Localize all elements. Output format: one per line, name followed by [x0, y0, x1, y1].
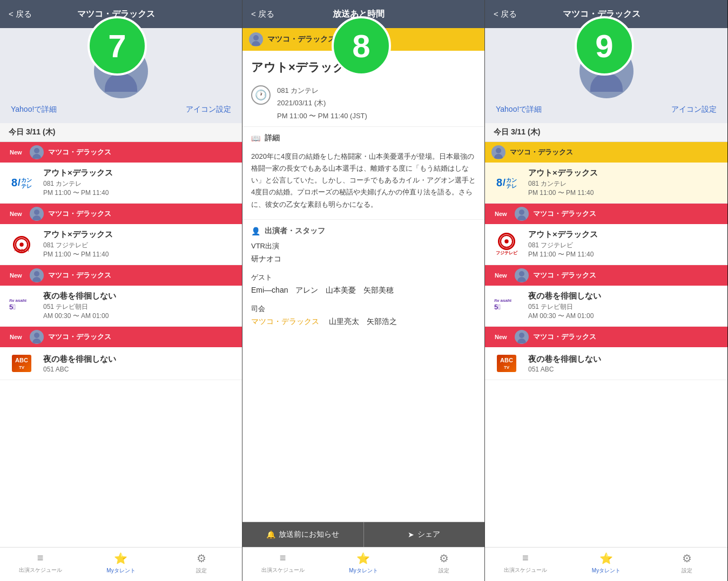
talent-badge-row-9-3: New マツコ・デラックス	[485, 327, 727, 347]
talent-badge-row-7-0: New マツコ・デラックス	[0, 142, 242, 163]
tab-settings-8[interactable]: ⚙ 設定	[404, 548, 484, 577]
show-row-9-3[interactable]: ABCTV 夜の巷を徘徊しない 051 ABC	[485, 347, 727, 380]
svg-text:/tv asahi: /tv asahi	[9, 298, 26, 303]
tab-schedule-7[interactable]: ≡ 出演スケジュール	[0, 548, 80, 577]
tab-schedule-8[interactable]: ≡ 出演スケジュール	[242, 548, 323, 577]
screen-7: < 戻る マツコ・デラックス Yahoo!で詳細 アイコン設定 今日 3/11 …	[0, 0, 242, 581]
new-badge-9-1: New	[491, 210, 510, 218]
cast-vtr-label-8: VTR出演	[242, 239, 484, 253]
svg-point-1	[19, 242, 23, 246]
yahoo-link-9[interactable]: Yahoo!で詳細	[496, 105, 542, 114]
channel-logo-kantele-7-0: 8 / カンテレ	[6, 172, 37, 194]
back-button-8[interactable]: < 戻る	[251, 9, 274, 19]
talent-name-7-1: マツコ・デラックス	[48, 209, 111, 219]
talent-avatar-9-1	[515, 207, 529, 221]
tab-mytalent-8[interactable]: ⭐ Myタレント	[323, 548, 403, 577]
bottom-tabs-7: ≡ 出演スケジュール ⭐ Myタレント ⚙ 設定	[0, 547, 242, 581]
talent-badge-row-9-1: New マツコ・デラックス	[485, 204, 727, 224]
talent-avatar-9-3	[515, 330, 529, 344]
show-row-7-2[interactable]: /tv asahi 5⃣ 夜の巷を徘徊しない 051 テレビ朝日 AM 00:3…	[0, 286, 242, 327]
new-badge-7-1: New	[6, 210, 25, 218]
show-row-9-0[interactable]: 8 / カンテレ アウト×デラックス 081 カンテレ PM 11:00 〜 P…	[485, 163, 727, 204]
svg-text:5⃣: 5⃣	[494, 303, 501, 311]
show-row-9-2[interactable]: /tv asahi 5⃣ 夜の巷を徘徊しない 051 テレビ朝日 AM 00:3…	[485, 286, 727, 327]
cast-vtr-names-8: 研ナオコ	[242, 253, 484, 271]
channel-logo-abc-7-3: ABCTV	[6, 353, 37, 374]
new-badge-7-2: New	[6, 271, 25, 280]
show-row-9-1[interactable]: フジテレビ アウト×デラックス 081 フジテレビ PM 11:00 〜 PM …	[485, 224, 727, 265]
channel-logo-abc-9-3: ABCTV	[491, 353, 522, 374]
icon-setting-link-7[interactable]: アイコン設定	[186, 105, 231, 114]
section-cast-title-8: 👤 出演者・スタッフ	[242, 219, 484, 239]
talent-avatar-7-3	[30, 330, 44, 344]
bottom-tabs-8: ≡ 出演スケジュール ⭐ Myタレント ⚙ 設定	[242, 547, 484, 581]
detail-content-8[interactable]: マツコ・デラックス アウト×デラックス 🕐 081 カンテレ 2021/03/1…	[242, 28, 484, 522]
date-bar-7: 今日 3/11 (木)	[0, 123, 242, 142]
show-info-9-0: アウト×デラックス 081 カンテレ PM 11:00 〜 PM 11:40	[528, 168, 721, 198]
new-badge-9-2: New	[491, 271, 510, 280]
show-info-7-2: 夜の巷を徘徊しない 051 テレビ朝日 AM 00:30 〜 AM 01:00	[43, 291, 235, 321]
new-badge-7-0: New	[6, 148, 25, 157]
svg-point-6	[504, 239, 508, 243]
screen-9: < 戻る マツコ・デラックス Yahoo!で詳細 アイコン設定 今日 3/11 …	[485, 0, 727, 581]
notify-button-8[interactable]: 🔔 放送前にお知らせ	[242, 522, 364, 547]
show-info-9-3: 夜の巷を徘徊しない 051 ABC	[528, 354, 721, 373]
talent-badge-row-9-0: マツコ・デラックス	[485, 142, 727, 163]
talent-name-9-1: マツコ・デラックス	[533, 209, 596, 219]
talent-name-7-0: マツコ・デラックス	[48, 147, 111, 157]
svg-text:フジテレビ: フジテレビ	[15, 248, 29, 252]
tab-schedule-9[interactable]: ≡ 出演スケジュール	[485, 548, 566, 577]
show-row-7-0[interactable]: 8 / カンテレ アウト×デラックス 081 カンテレ PM 11:00 〜 P…	[0, 163, 242, 204]
date-bar-9: 今日 3/11 (木)	[485, 123, 727, 142]
talent-name-7-3: マツコ・デラックス	[48, 332, 111, 342]
channel-logo-fuji-9-1: フジテレビ	[491, 234, 522, 255]
show-info-9-2: 夜の巷を徘徊しない 051 テレビ朝日 AM 00:30 〜 AM 01:00	[528, 291, 721, 321]
step-badge-7: 7	[87, 16, 147, 76]
talent-name-9-0: マツコ・デラックス	[510, 147, 573, 157]
cast-guest-label-8: ゲスト	[242, 271, 484, 285]
back-button-9[interactable]: < 戻る	[494, 9, 517, 19]
content-list-9[interactable]: マツコ・デラックス 8 / カンテレ アウト×デラックス 081 カンテレ PM…	[485, 142, 727, 547]
talent-badge-row-9-2: New マツコ・デラックス	[485, 265, 727, 286]
icon-setting-link-9[interactable]: アイコン設定	[671, 105, 717, 114]
action-bar-8: 🔔 放送前にお知らせ ➤ シェア	[242, 522, 484, 547]
new-badge-7-3: New	[6, 333, 25, 341]
show-info-7-3: 夜の巷を徘徊しない 051 ABC	[43, 354, 235, 373]
new-badge-9-3: New	[491, 333, 510, 341]
section-detail-title-8: 📖 詳細	[242, 126, 484, 146]
banner-name-8: マツコ・デラックス	[267, 35, 335, 44]
talent-avatar-9-2	[515, 268, 529, 282]
content-list-7[interactable]: New マツコ・デラックス 8 / カンテレ	[0, 142, 242, 547]
channel-logo-fuji-7-1: フジテレビ	[6, 234, 37, 255]
clock-icon-8: 🕐	[251, 85, 271, 105]
show-info-9-1: アウト×デラックス 081 フジテレビ PM 11:00 〜 PM 11:40	[528, 229, 721, 259]
channel-logo-tvasahi-9-2: /tv asahi 5⃣	[491, 295, 522, 317]
detail-meta-8: 🕐 081 カンテレ 2021/03/11 (木) PM 11:00 〜 PM …	[242, 80, 484, 126]
svg-text:/tv asahi: /tv asahi	[494, 298, 511, 303]
screens-container: 7 8 9 < 戻る マツコ・デラックス Yahoo!で詳細	[0, 0, 728, 581]
talent-name-9-2: マツコ・デラックス	[533, 271, 596, 280]
talent-name-7-2: マツコ・デラックス	[48, 271, 111, 280]
talent-avatar-7-2	[30, 268, 44, 282]
channel-logo-kantele-9-0: 8 / カンテレ	[491, 172, 522, 194]
share-button-8[interactable]: ➤ シェア	[364, 522, 485, 547]
tab-mytalent-7[interactable]: ⭐ Myタレント	[80, 548, 161, 577]
step-badge-9: 9	[575, 16, 634, 76]
talent-avatar-7-1	[30, 207, 44, 221]
talent-badge-row-7-3: New マツコ・デラックス	[0, 327, 242, 347]
step-badge-8: 8	[332, 16, 391, 76]
back-button-7[interactable]: < 戻る	[9, 9, 32, 19]
profile-links-9: Yahoo!で詳細 アイコン設定	[496, 105, 717, 114]
cast-guest-names-8: Emi―chan アレン 山本美憂 矢部美穂	[242, 285, 484, 302]
tab-mytalent-9[interactable]: ⭐ Myタレント	[566, 548, 647, 577]
yahoo-link-7[interactable]: Yahoo!で詳細	[11, 105, 57, 114]
tab-settings-7[interactable]: ⚙ 設定	[161, 548, 242, 577]
talent-avatar-9-0	[491, 145, 505, 159]
screen-8: < 戻る 放送あと時間 マツコ・デラックス アウト×デラックス	[242, 0, 485, 581]
show-row-7-3[interactable]: ABCTV 夜の巷を徘徊しない 051 ABC	[0, 347, 242, 380]
tab-settings-9[interactable]: ⚙ 設定	[646, 548, 727, 577]
cast-mc-names-8: マツコ・デラックス 山里亮太 矢部浩之	[242, 316, 484, 333]
profile-links-7: Yahoo!で詳細 アイコン設定	[11, 105, 231, 114]
bottom-tabs-9: ≡ 出演スケジュール ⭐ Myタレント ⚙ 設定	[485, 547, 727, 581]
show-row-7-1[interactable]: フジテレビ アウト×デラックス 081 フジテレビ PM 11:00 〜 PM …	[0, 224, 242, 265]
